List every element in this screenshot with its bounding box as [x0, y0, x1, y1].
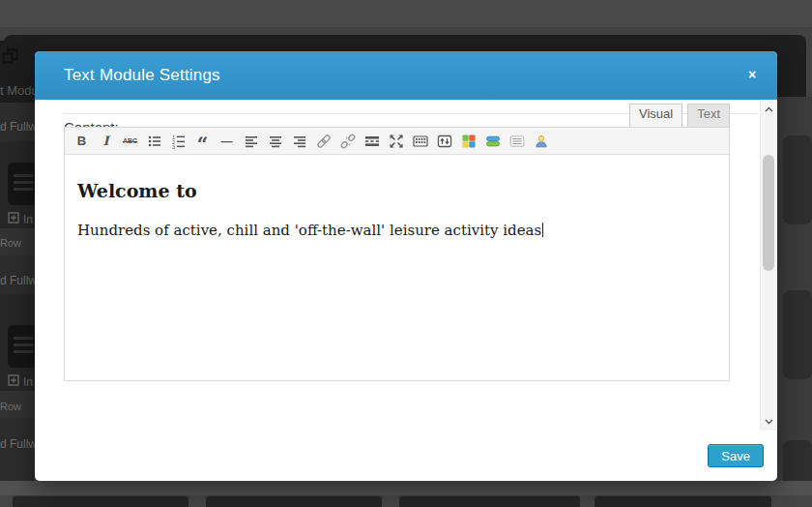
builder-fullwidth-label-fragment: d Fullwi [0, 274, 35, 287]
paste-text-icon[interactable] [432, 131, 456, 151]
builder-right-block [783, 135, 812, 224]
modal-title: Text Module Settings [64, 51, 220, 100]
styles-icon[interactable] [505, 131, 529, 151]
builder-column-block [594, 495, 771, 507]
builder-bottom-strip [0, 481, 812, 495]
horizontal-rule-icon[interactable]: — [215, 131, 239, 151]
bullet-list-icon[interactable] [142, 131, 166, 151]
unlink-icon[interactable] [335, 131, 360, 151]
close-icon[interactable]: × [743, 66, 761, 83]
builder-insert-fragment: In [8, 374, 35, 389]
editor-mode-tabs: Visual Text [624, 104, 730, 128]
editor-paragraph: Hundreds of active, chill and 'off-the-w… [77, 222, 541, 239]
modal-header: Text Module Settings × [35, 51, 777, 100]
builder-module-label-fragment: t Modu [0, 83, 35, 98]
scroll-up-icon[interactable] [761, 103, 777, 116]
editor-heading: Welcome to [77, 180, 716, 201]
bold-icon[interactable]: B [70, 131, 94, 151]
insert-label-fragment: In [23, 213, 33, 226]
blockquote-icon[interactable]: “ [190, 131, 215, 151]
text-module-settings-modal: Text Module Settings × Content: Add Medi… [35, 51, 777, 481]
tab-visual[interactable]: Visual [629, 104, 682, 128]
builder-column-block [399, 495, 580, 507]
builder-fullwidth-label-fragment: d Fullwi [0, 120, 35, 134]
insert-plus-icon [8, 374, 19, 389]
more-tag-icon[interactable] [360, 131, 384, 151]
builder-column-block [206, 495, 382, 507]
insert-label-fragment: In [23, 375, 33, 389]
builder-row-handle [8, 325, 37, 368]
text-cursor [542, 223, 543, 237]
tinymce-editor: BIABC123“— Welcome to Hundreds of active… [64, 127, 730, 381]
save-button[interactable]: Save [708, 444, 764, 467]
align-center-icon[interactable] [263, 131, 287, 151]
shortcodes-grid-icon[interactable] [456, 131, 480, 151]
builder-row-label: Row [0, 401, 35, 412]
tab-text[interactable]: Text [687, 104, 730, 128]
fullscreen-icon[interactable] [384, 131, 408, 151]
modal-scrollbar[interactable] [760, 101, 777, 431]
scrollbar-thumb[interactable] [763, 155, 774, 271]
align-right-icon[interactable] [287, 131, 311, 151]
stacked-bars-icon[interactable] [480, 131, 505, 151]
editor-toolbar: BIABC123“— [65, 128, 729, 155]
scroll-down-icon[interactable] [761, 415, 777, 429]
link-icon[interactable] [311, 131, 335, 151]
toolbar-toggle-icon[interactable] [408, 131, 432, 151]
builder-insert-fragment: In [8, 212, 35, 226]
svg-text:3: 3 [172, 143, 175, 148]
background-top-strip [0, 0, 812, 27]
editor-content-area[interactable]: Welcome to Hundreds of active, chill and… [65, 155, 729, 381]
duplicate-icon [2, 48, 18, 69]
numbered-list-icon[interactable]: 123 [166, 131, 190, 151]
insert-plus-icon [8, 212, 19, 226]
strikethrough-icon[interactable]: ABC [118, 131, 142, 151]
builder-row-handle [8, 163, 37, 205]
user-icon[interactable] [529, 131, 553, 151]
builder-row-label: Row [0, 237, 35, 249]
builder-column-block [13, 495, 188, 507]
builder-right-block [783, 290, 812, 379]
align-left-icon[interactable] [239, 131, 263, 151]
builder-fullwidth-label-fragment: d Fullwi [0, 437, 35, 451]
italic-icon[interactable]: I [94, 131, 118, 151]
